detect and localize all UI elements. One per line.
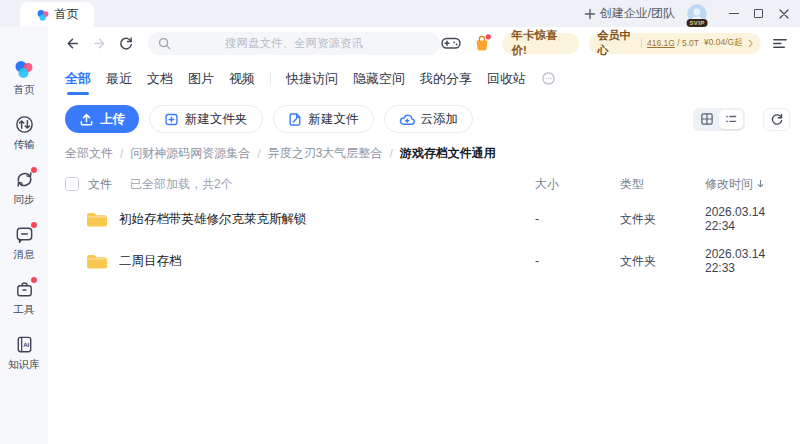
storage-total: 5.0T bbox=[682, 38, 699, 48]
refresh-button[interactable] bbox=[117, 34, 135, 52]
folder-icon bbox=[85, 209, 109, 229]
breadcrumb-separator: / bbox=[389, 147, 392, 161]
create-team-button[interactable]: 创建企业/团队 bbox=[584, 5, 675, 22]
price-label: ¥0.04/G起 bbox=[704, 37, 743, 49]
minimize-button[interactable] bbox=[721, 0, 746, 27]
search-input[interactable] bbox=[148, 37, 441, 49]
sidebar-item-home[interactable]: 首页 bbox=[1, 58, 47, 97]
file-type: 文件夹 bbox=[620, 211, 705, 228]
plus-icon bbox=[584, 8, 596, 20]
search-icon bbox=[157, 36, 172, 51]
select-all-checkbox[interactable] bbox=[65, 177, 79, 191]
column-modified-sort[interactable]: 修改时间 bbox=[705, 176, 790, 193]
circle-dots-icon bbox=[541, 71, 556, 86]
message-icon bbox=[13, 223, 35, 245]
tab-all[interactable]: 全部 bbox=[65, 70, 91, 88]
breadcrumb-item-2[interactable]: 异度之刃3大气层整合 bbox=[268, 145, 383, 162]
tab-recent[interactable]: 最近 bbox=[106, 70, 132, 88]
member-divider bbox=[641, 38, 642, 48]
breadcrumb-separator: / bbox=[120, 147, 123, 161]
file-type: 文件夹 bbox=[620, 253, 705, 270]
cloud-add-button[interactable]: 云添加 bbox=[384, 105, 474, 133]
new-folder-icon bbox=[164, 112, 179, 127]
category-tabs: 全部 最近 文档 图片 视频 快捷访问 隐藏空间 我的分享 回收站 bbox=[48, 62, 800, 95]
cloud-add-icon bbox=[399, 112, 415, 127]
toolbox-icon bbox=[13, 278, 35, 300]
close-icon bbox=[779, 9, 789, 19]
column-type: 类型 bbox=[620, 176, 705, 193]
upload-label: 上传 bbox=[100, 111, 125, 128]
tab-videos[interactable]: 视频 bbox=[229, 70, 255, 88]
file-size: - bbox=[535, 212, 620, 226]
promo-label: 年卡惊喜价! bbox=[511, 28, 570, 58]
create-team-label: 创建企业/团队 bbox=[600, 5, 675, 22]
list-view-button[interactable] bbox=[719, 110, 743, 129]
chevron-right-icon bbox=[748, 39, 753, 48]
file-modified: 2026.03.14 22:33 bbox=[705, 247, 790, 275]
game-center-button[interactable] bbox=[440, 34, 462, 52]
maximize-button[interactable] bbox=[746, 0, 771, 27]
file-modified: 2026.03.14 22:34 bbox=[705, 205, 790, 233]
file-column-label: 文件 bbox=[88, 176, 112, 193]
sidebar-item-tools[interactable]: 工具 bbox=[1, 278, 47, 317]
breadcrumb-item-1[interactable]: 问财神源码网资源集合 bbox=[130, 145, 250, 162]
minimize-icon bbox=[729, 13, 739, 15]
game-controller-icon bbox=[440, 34, 462, 52]
folder-icon bbox=[85, 251, 109, 271]
file-size: - bbox=[535, 254, 620, 268]
file-row[interactable]: 初始存档带英雄修尔克莱克斯解锁 - 文件夹 2026.03.14 22:34 bbox=[48, 198, 800, 240]
hamburger-lines-icon bbox=[771, 35, 788, 52]
new-file-icon bbox=[288, 112, 303, 127]
tab-quick-access[interactable]: 快捷访问 bbox=[286, 70, 338, 88]
breadcrumb-item-root[interactable]: 全部文件 bbox=[65, 145, 113, 162]
grid-view-icon bbox=[700, 112, 714, 126]
column-modified-label: 修改时间 bbox=[705, 176, 753, 193]
actions-toolbar: 上传 新建文件夹 新建文件 bbox=[48, 95, 800, 139]
sidebar-item-messages[interactable]: 消息 bbox=[1, 223, 47, 262]
tab-recycle-bin[interactable]: 回收站 bbox=[487, 70, 526, 88]
tab-my-shares[interactable]: 我的分享 bbox=[420, 70, 472, 88]
sidebar-label-transfer: 传输 bbox=[14, 138, 35, 152]
member-center-button[interactable]: 会员中心 416.1G / 5.0T ¥0.04/G起 bbox=[589, 33, 761, 54]
sidebar: 首页 传输 同步 bbox=[0, 27, 48, 444]
tab-hidden-space[interactable]: 隐藏空间 bbox=[353, 70, 405, 88]
main-area: 年卡惊喜价! 会员中心 416.1G / 5.0T ¥0.04/G起 bbox=[48, 27, 800, 444]
close-button[interactable] bbox=[771, 0, 796, 27]
view-toggle bbox=[693, 108, 745, 131]
titlebar: 首页 创建企业/团队 SVIP bbox=[0, 0, 800, 27]
file-name[interactable]: 初始存档带英雄修尔克莱克斯解锁 bbox=[119, 211, 307, 228]
file-row[interactable]: 二周目存档 - 文件夹 2026.03.14 22:33 bbox=[48, 240, 800, 282]
app-logo-icon bbox=[36, 8, 50, 22]
new-file-button[interactable]: 新建文件 bbox=[273, 105, 374, 133]
gift-bag-icon bbox=[472, 33, 492, 53]
grid-view-button[interactable] bbox=[695, 110, 719, 129]
transfer-icon bbox=[13, 113, 35, 135]
sidebar-item-knowledge[interactable]: AI 知识库 bbox=[1, 333, 47, 372]
member-center-label: 会员中心 bbox=[597, 28, 636, 58]
load-status: 已全部加载，共2个 bbox=[130, 176, 233, 193]
back-button[interactable] bbox=[64, 34, 82, 52]
netdisk-logo-icon bbox=[13, 58, 35, 80]
sidebar-item-transfer[interactable]: 传输 bbox=[1, 113, 47, 152]
tools-notification-dot bbox=[31, 277, 37, 283]
user-avatar[interactable]: SVIP bbox=[687, 4, 707, 24]
tab-documents[interactable]: 文档 bbox=[147, 70, 173, 88]
storage-separator: / bbox=[677, 38, 679, 48]
activity-gift-button[interactable] bbox=[472, 33, 492, 53]
new-folder-button[interactable]: 新建文件夹 bbox=[149, 105, 263, 133]
knowledge-ai-icon: AI bbox=[13, 333, 35, 355]
home-window-tab[interactable]: 首页 bbox=[20, 2, 94, 27]
new-folder-label: 新建文件夹 bbox=[185, 111, 248, 128]
list-refresh-button[interactable] bbox=[763, 108, 790, 131]
vip-badge: SVIP bbox=[687, 19, 708, 27]
upload-button[interactable]: 上传 bbox=[65, 105, 139, 133]
sidebar-item-sync[interactable]: 同步 bbox=[1, 168, 47, 207]
file-name[interactable]: 二周目存档 bbox=[119, 253, 182, 270]
layout-settings-button[interactable] bbox=[771, 35, 788, 52]
upload-icon bbox=[79, 112, 94, 127]
tab-customize-button[interactable] bbox=[541, 71, 556, 86]
window-tab-label: 首页 bbox=[55, 6, 79, 23]
forward-button[interactable] bbox=[91, 34, 109, 52]
tab-images[interactable]: 图片 bbox=[188, 70, 214, 88]
promo-pill-button[interactable]: 年卡惊喜价! bbox=[502, 33, 579, 54]
